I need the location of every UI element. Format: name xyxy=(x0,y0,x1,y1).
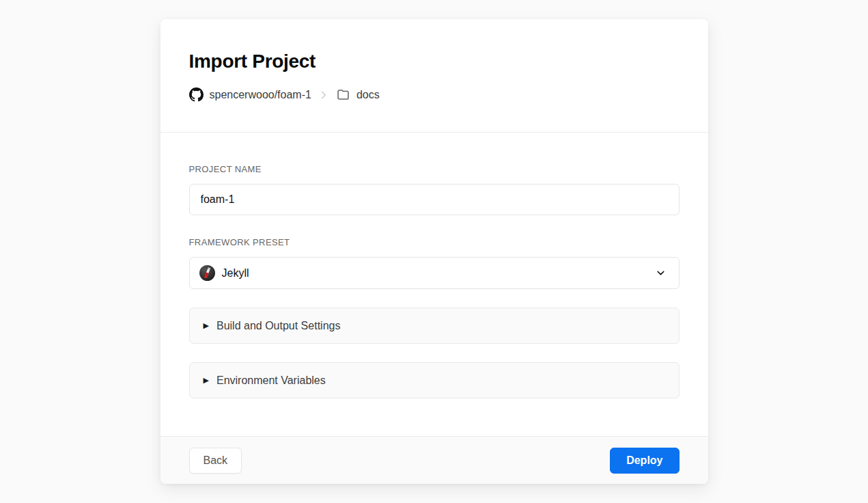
breadcrumb: spencerwooo/foam-1 docs xyxy=(189,87,680,102)
chevron-right-icon xyxy=(318,89,330,101)
triangle-right-icon: ▶ xyxy=(204,322,209,329)
environment-variables-label: Environment Variables xyxy=(216,375,326,387)
project-name-label: PROJECT NAME xyxy=(189,164,680,174)
deploy-button[interactable]: Deploy xyxy=(610,448,679,474)
triangle-right-icon: ▶ xyxy=(204,377,209,384)
github-icon xyxy=(189,87,204,102)
project-name-input[interactable] xyxy=(189,184,680,215)
breadcrumb-directory[interactable]: docs xyxy=(356,89,380,101)
chevron-down-icon xyxy=(655,267,667,279)
import-project-dialog: Import Project spencerwooo/foam-1 docs xyxy=(160,19,708,484)
page-background: { "dialog": { "title": "Import Project",… xyxy=(0,0,868,503)
dialog-header: Import Project spencerwooo/foam-1 docs xyxy=(160,19,708,133)
framework-preset-label: FRAMEWORK PRESET xyxy=(189,237,680,247)
framework-preset-value: Jekyll xyxy=(222,267,648,280)
page-title: Import Project xyxy=(189,51,680,72)
project-name-field-group: PROJECT NAME xyxy=(189,164,680,215)
dialog-body: PROJECT NAME FRAMEWORK PRESET xyxy=(160,133,708,436)
dialog-footer: Back Deploy xyxy=(160,436,708,484)
framework-preset-select[interactable]: Jekyll xyxy=(189,257,680,289)
environment-variables-accordion[interactable]: ▶ Environment Variables xyxy=(189,362,680,398)
breadcrumb-repo[interactable]: spencerwooo/foam-1 xyxy=(210,89,311,101)
build-output-settings-label: Build and Output Settings xyxy=(216,320,340,332)
back-button[interactable]: Back xyxy=(189,448,242,474)
jekyll-logo-icon xyxy=(199,265,215,281)
build-output-settings-accordion[interactable]: ▶ Build and Output Settings xyxy=(189,308,680,344)
folder-icon xyxy=(336,87,350,102)
framework-preset-field-group: FRAMEWORK PRESET xyxy=(189,237,680,289)
